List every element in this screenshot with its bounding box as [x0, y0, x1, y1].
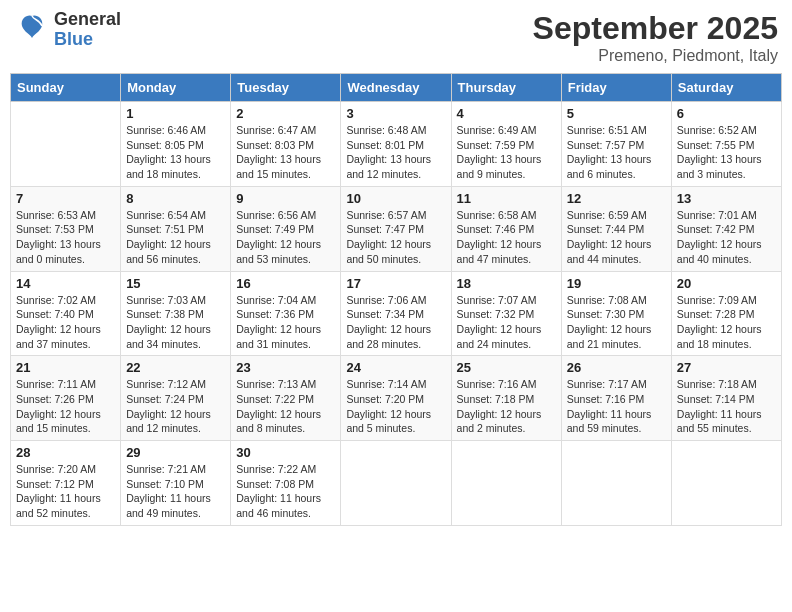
title-block: September 2025 Premeno, Piedmont, Italy	[533, 10, 778, 65]
logo-text: General Blue	[54, 10, 121, 50]
calendar-cell: 22Sunrise: 7:12 AM Sunset: 7:24 PM Dayli…	[121, 356, 231, 441]
day-number: 17	[346, 276, 445, 291]
day-info: Sunrise: 7:08 AM Sunset: 7:30 PM Dayligh…	[567, 293, 666, 352]
day-info: Sunrise: 6:53 AM Sunset: 7:53 PM Dayligh…	[16, 208, 115, 267]
weekday-header: Sunday	[11, 74, 121, 102]
calendar-cell	[11, 102, 121, 187]
calendar-cell: 5Sunrise: 6:51 AM Sunset: 7:57 PM Daylig…	[561, 102, 671, 187]
day-info: Sunrise: 6:49 AM Sunset: 7:59 PM Dayligh…	[457, 123, 556, 182]
calendar-cell: 2Sunrise: 6:47 AM Sunset: 8:03 PM Daylig…	[231, 102, 341, 187]
weekday-header-row: SundayMondayTuesdayWednesdayThursdayFrid…	[11, 74, 782, 102]
day-number: 26	[567, 360, 666, 375]
day-info: Sunrise: 6:51 AM Sunset: 7:57 PM Dayligh…	[567, 123, 666, 182]
day-info: Sunrise: 7:09 AM Sunset: 7:28 PM Dayligh…	[677, 293, 776, 352]
month-title: September 2025	[533, 10, 778, 47]
day-info: Sunrise: 6:46 AM Sunset: 8:05 PM Dayligh…	[126, 123, 225, 182]
calendar-cell: 20Sunrise: 7:09 AM Sunset: 7:28 PM Dayli…	[671, 271, 781, 356]
day-number: 15	[126, 276, 225, 291]
day-number: 11	[457, 191, 556, 206]
calendar-cell	[341, 441, 451, 526]
day-number: 22	[126, 360, 225, 375]
weekday-header: Monday	[121, 74, 231, 102]
calendar-cell	[451, 441, 561, 526]
day-number: 5	[567, 106, 666, 121]
day-number: 23	[236, 360, 335, 375]
logo: General Blue	[14, 10, 121, 50]
weekday-header: Friday	[561, 74, 671, 102]
day-info: Sunrise: 7:20 AM Sunset: 7:12 PM Dayligh…	[16, 462, 115, 521]
weekday-header: Saturday	[671, 74, 781, 102]
day-info: Sunrise: 6:54 AM Sunset: 7:51 PM Dayligh…	[126, 208, 225, 267]
day-number: 25	[457, 360, 556, 375]
day-info: Sunrise: 7:06 AM Sunset: 7:34 PM Dayligh…	[346, 293, 445, 352]
calendar-cell: 23Sunrise: 7:13 AM Sunset: 7:22 PM Dayli…	[231, 356, 341, 441]
day-number: 10	[346, 191, 445, 206]
calendar-cell: 16Sunrise: 7:04 AM Sunset: 7:36 PM Dayli…	[231, 271, 341, 356]
day-number: 4	[457, 106, 556, 121]
calendar-cell: 3Sunrise: 6:48 AM Sunset: 8:01 PM Daylig…	[341, 102, 451, 187]
calendar-week-row: 7Sunrise: 6:53 AM Sunset: 7:53 PM Daylig…	[11, 186, 782, 271]
day-number: 2	[236, 106, 335, 121]
day-info: Sunrise: 6:58 AM Sunset: 7:46 PM Dayligh…	[457, 208, 556, 267]
calendar-cell: 29Sunrise: 7:21 AM Sunset: 7:10 PM Dayli…	[121, 441, 231, 526]
day-info: Sunrise: 7:16 AM Sunset: 7:18 PM Dayligh…	[457, 377, 556, 436]
day-info: Sunrise: 6:56 AM Sunset: 7:49 PM Dayligh…	[236, 208, 335, 267]
calendar-cell: 12Sunrise: 6:59 AM Sunset: 7:44 PM Dayli…	[561, 186, 671, 271]
calendar-cell: 21Sunrise: 7:11 AM Sunset: 7:26 PM Dayli…	[11, 356, 121, 441]
day-number: 13	[677, 191, 776, 206]
calendar-cell: 1Sunrise: 6:46 AM Sunset: 8:05 PM Daylig…	[121, 102, 231, 187]
day-number: 20	[677, 276, 776, 291]
day-number: 6	[677, 106, 776, 121]
day-number: 29	[126, 445, 225, 460]
day-info: Sunrise: 7:03 AM Sunset: 7:38 PM Dayligh…	[126, 293, 225, 352]
weekday-header: Thursday	[451, 74, 561, 102]
calendar-week-row: 14Sunrise: 7:02 AM Sunset: 7:40 PM Dayli…	[11, 271, 782, 356]
day-info: Sunrise: 6:47 AM Sunset: 8:03 PM Dayligh…	[236, 123, 335, 182]
calendar-cell: 26Sunrise: 7:17 AM Sunset: 7:16 PM Dayli…	[561, 356, 671, 441]
calendar-cell	[671, 441, 781, 526]
calendar-cell: 25Sunrise: 7:16 AM Sunset: 7:18 PM Dayli…	[451, 356, 561, 441]
calendar-cell: 27Sunrise: 7:18 AM Sunset: 7:14 PM Dayli…	[671, 356, 781, 441]
calendar-cell: 9Sunrise: 6:56 AM Sunset: 7:49 PM Daylig…	[231, 186, 341, 271]
day-info: Sunrise: 7:17 AM Sunset: 7:16 PM Dayligh…	[567, 377, 666, 436]
calendar-cell: 30Sunrise: 7:22 AM Sunset: 7:08 PM Dayli…	[231, 441, 341, 526]
calendar-cell: 13Sunrise: 7:01 AM Sunset: 7:42 PM Dayli…	[671, 186, 781, 271]
day-info: Sunrise: 6:59 AM Sunset: 7:44 PM Dayligh…	[567, 208, 666, 267]
day-info: Sunrise: 7:04 AM Sunset: 7:36 PM Dayligh…	[236, 293, 335, 352]
calendar-cell: 14Sunrise: 7:02 AM Sunset: 7:40 PM Dayli…	[11, 271, 121, 356]
calendar-cell	[561, 441, 671, 526]
location-title: Premeno, Piedmont, Italy	[533, 47, 778, 65]
day-number: 27	[677, 360, 776, 375]
calendar-cell: 7Sunrise: 6:53 AM Sunset: 7:53 PM Daylig…	[11, 186, 121, 271]
day-info: Sunrise: 7:11 AM Sunset: 7:26 PM Dayligh…	[16, 377, 115, 436]
weekday-header: Wednesday	[341, 74, 451, 102]
day-number: 3	[346, 106, 445, 121]
day-info: Sunrise: 6:48 AM Sunset: 8:01 PM Dayligh…	[346, 123, 445, 182]
calendar-week-row: 21Sunrise: 7:11 AM Sunset: 7:26 PM Dayli…	[11, 356, 782, 441]
calendar-cell: 17Sunrise: 7:06 AM Sunset: 7:34 PM Dayli…	[341, 271, 451, 356]
calendar-cell: 10Sunrise: 6:57 AM Sunset: 7:47 PM Dayli…	[341, 186, 451, 271]
day-number: 19	[567, 276, 666, 291]
calendar-cell: 15Sunrise: 7:03 AM Sunset: 7:38 PM Dayli…	[121, 271, 231, 356]
day-info: Sunrise: 6:52 AM Sunset: 7:55 PM Dayligh…	[677, 123, 776, 182]
calendar-week-row: 1Sunrise: 6:46 AM Sunset: 8:05 PM Daylig…	[11, 102, 782, 187]
day-info: Sunrise: 7:12 AM Sunset: 7:24 PM Dayligh…	[126, 377, 225, 436]
day-info: Sunrise: 7:18 AM Sunset: 7:14 PM Dayligh…	[677, 377, 776, 436]
day-info: Sunrise: 7:01 AM Sunset: 7:42 PM Dayligh…	[677, 208, 776, 267]
calendar-cell: 4Sunrise: 6:49 AM Sunset: 7:59 PM Daylig…	[451, 102, 561, 187]
day-number: 1	[126, 106, 225, 121]
day-info: Sunrise: 6:57 AM Sunset: 7:47 PM Dayligh…	[346, 208, 445, 267]
day-number: 18	[457, 276, 556, 291]
page-header: General Blue September 2025 Premeno, Pie…	[10, 10, 782, 65]
calendar-cell: 8Sunrise: 6:54 AM Sunset: 7:51 PM Daylig…	[121, 186, 231, 271]
day-number: 16	[236, 276, 335, 291]
day-info: Sunrise: 7:22 AM Sunset: 7:08 PM Dayligh…	[236, 462, 335, 521]
calendar-week-row: 28Sunrise: 7:20 AM Sunset: 7:12 PM Dayli…	[11, 441, 782, 526]
calendar-cell: 18Sunrise: 7:07 AM Sunset: 7:32 PM Dayli…	[451, 271, 561, 356]
calendar-cell: 28Sunrise: 7:20 AM Sunset: 7:12 PM Dayli…	[11, 441, 121, 526]
day-info: Sunrise: 7:07 AM Sunset: 7:32 PM Dayligh…	[457, 293, 556, 352]
day-number: 28	[16, 445, 115, 460]
day-number: 24	[346, 360, 445, 375]
weekday-header: Tuesday	[231, 74, 341, 102]
calendar-cell: 19Sunrise: 7:08 AM Sunset: 7:30 PM Dayli…	[561, 271, 671, 356]
